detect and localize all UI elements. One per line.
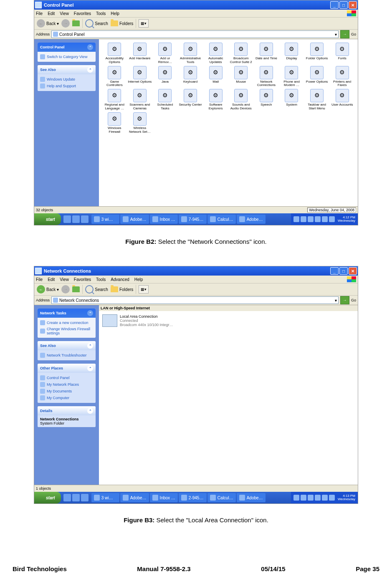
tray-icon[interactable] <box>308 495 314 501</box>
cpl-item[interactable]: ⚙Sounds and Audio Devices <box>229 89 253 111</box>
menu-tools[interactable]: Tools <box>96 11 106 16</box>
clock[interactable]: 4:13 PMWednesday <box>338 494 355 501</box>
menu-edit[interactable]: Edit <box>48 11 55 16</box>
quicklaunch-icon[interactable] <box>72 215 80 223</box>
maximize-button[interactable]: □ <box>339 1 348 9</box>
taskbar-task[interactable]: Inbox … <box>150 215 178 224</box>
collapse-icon[interactable]: ⌃ <box>87 408 93 414</box>
cpl-item[interactable]: ⚙Accessibility Options <box>102 43 127 64</box>
collapse-icon[interactable]: ⌃ <box>87 44 93 50</box>
tray-icon[interactable] <box>329 495 335 501</box>
up-button[interactable] <box>72 20 80 26</box>
cpl-item[interactable]: ⚙Mail <box>203 66 228 88</box>
cpl-item[interactable]: ⚙Internet Options <box>128 66 152 88</box>
link-network-places[interactable]: My Network Places <box>40 381 93 388</box>
start-button[interactable]: start <box>34 213 61 225</box>
minimize-button[interactable]: _ <box>330 1 339 9</box>
taskbar-task[interactable]: 3 wi… <box>91 215 119 224</box>
cpl-item[interactable]: ⚙Folder Options <box>305 43 329 64</box>
forward-button[interactable]: → <box>61 19 70 28</box>
search-button[interactable]: Search <box>85 285 108 294</box>
tray-icon[interactable] <box>293 495 299 501</box>
collapse-icon[interactable]: ⌃ <box>87 67 93 73</box>
address-input[interactable]: Network Connections▾ <box>51 296 339 304</box>
cpl-item[interactable]: ⚙Java <box>153 66 177 88</box>
collapse-icon[interactable]: ⌃ <box>87 310 93 316</box>
views-button[interactable]: ▦▾ <box>139 19 149 28</box>
taskbar-task[interactable]: Inbox … <box>150 493 178 502</box>
cpl-item[interactable]: ⚙Printers and Faxes <box>330 66 354 88</box>
quicklaunch-icon[interactable] <box>63 494 71 501</box>
taskbar-task[interactable]: 3 wi… <box>91 493 119 502</box>
folders-button[interactable]: Folders <box>111 286 133 292</box>
address-input[interactable]: Control Panel▾ <box>51 30 339 38</box>
cpl-item[interactable]: ⚙Speech <box>254 89 279 111</box>
menu-tools[interactable]: Tools <box>96 277 106 282</box>
taskbar-task[interactable]: 7-945… <box>179 215 207 224</box>
menu-help[interactable]: Help <box>134 277 143 282</box>
menu-favorites[interactable]: Favorites <box>74 11 91 16</box>
menu-view[interactable]: View <box>60 11 69 16</box>
menu-edit[interactable]: Edit <box>48 277 55 282</box>
tray-icon[interactable] <box>308 216 314 222</box>
link-my-computer[interactable]: My Computer <box>40 395 93 401</box>
folders-button[interactable]: Folders <box>111 20 133 26</box>
cpl-item[interactable]: ⚙Network Connections <box>254 66 279 88</box>
collapse-icon[interactable]: ⌃ <box>87 365 93 371</box>
tray-icon[interactable] <box>301 495 306 501</box>
search-button[interactable]: Search <box>85 19 108 28</box>
cpl-item[interactable]: ⚙Scanners and Cameras <box>128 89 152 111</box>
cpl-item[interactable]: ⚙Date and Time <box>254 43 279 64</box>
cpl-item[interactable]: ⚙Administrative Tools <box>178 43 203 64</box>
connection-item[interactable]: Local Area ConnectionConnectedBroadcom 4… <box>99 311 358 330</box>
link-switch-view[interactable]: Switch to Category View <box>40 53 93 60</box>
link-windows-update[interactable]: Windows Update <box>40 76 93 83</box>
minimize-button[interactable]: _ <box>330 267 339 275</box>
cpl-item[interactable]: ⚙Game Controllers <box>102 66 127 88</box>
tray-icon[interactable] <box>301 216 306 222</box>
cpl-item[interactable]: ⚙Add Hardware <box>128 43 152 64</box>
quicklaunch-icon[interactable] <box>72 494 80 501</box>
up-button[interactable] <box>72 286 80 292</box>
cpl-item[interactable]: ⚙Regional and Language … <box>102 89 127 111</box>
cpl-item[interactable]: ⚙Broadcom Control Suite 2 <box>229 43 253 64</box>
quicklaunch-icon[interactable] <box>63 215 71 223</box>
cpl-item[interactable]: ⚙Display <box>279 43 304 64</box>
cpl-item[interactable]: ⚙Scheduled Tasks <box>153 89 177 111</box>
cpl-item[interactable]: ⚙Security Center <box>178 89 203 111</box>
cpl-item[interactable]: ⚙Add or Remov… <box>153 43 177 64</box>
taskbar-task[interactable]: Adobe… <box>120 215 149 224</box>
link-troubleshooter[interactable]: Network Troubleshooter <box>40 352 93 359</box>
close-button[interactable]: ✕ <box>349 267 357 275</box>
cpl-item[interactable]: ⚙Automatic Updates <box>203 43 228 64</box>
cpl-item[interactable]: ⚙Phone and Modem … <box>279 66 304 88</box>
link-control-panel[interactable]: Control Panel <box>40 374 93 381</box>
cpl-item[interactable]: ⚙Power Options <box>305 66 329 88</box>
tray-icon[interactable] <box>322 216 328 222</box>
back-button[interactable]: ←Back ▾ <box>37 285 59 294</box>
quicklaunch-icon[interactable] <box>81 494 89 501</box>
taskbar-task[interactable]: Calcul… <box>207 493 236 502</box>
clock[interactable]: 4:12 PMWednesday <box>338 216 355 223</box>
menu-view[interactable]: View <box>60 277 69 282</box>
quicklaunch-icon[interactable] <box>81 215 89 223</box>
titlebar[interactable]: Network Connections _ □ ✕ <box>34 266 358 276</box>
start-button[interactable]: start <box>34 492 61 504</box>
menu-advanced[interactable]: Advanced <box>111 277 129 282</box>
taskbar-task[interactable]: Adobe… <box>120 493 149 502</box>
link-firewall-settings[interactable]: Change Windows Firewall settings <box>40 326 93 336</box>
tray-icon[interactable] <box>315 216 321 222</box>
go-button[interactable]: → <box>340 296 349 304</box>
menu-file[interactable]: File <box>36 277 43 282</box>
tray-icon[interactable] <box>315 495 321 501</box>
menu-file[interactable]: File <box>36 11 43 16</box>
menu-help[interactable]: Help <box>111 11 119 16</box>
tray-icon[interactable] <box>293 216 299 222</box>
collapse-icon[interactable]: ⌃ <box>87 343 93 349</box>
back-button[interactable]: ←Back ▾ <box>37 19 59 28</box>
cpl-item[interactable]: ⚙System <box>279 89 304 111</box>
tray-icon[interactable] <box>329 216 335 222</box>
link-my-documents[interactable]: My Documents <box>40 388 93 395</box>
taskbar-task[interactable]: 2-945… <box>179 493 207 502</box>
views-button[interactable]: ▦▾ <box>139 285 149 294</box>
